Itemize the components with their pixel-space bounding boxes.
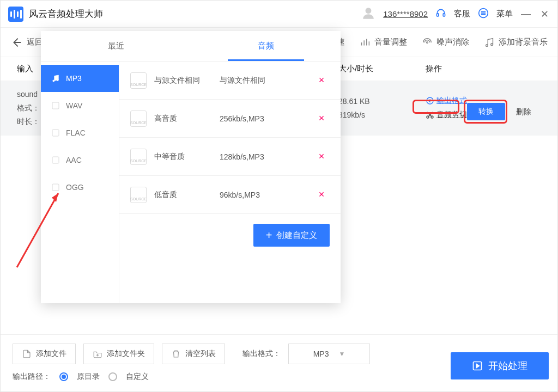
svg-point-19: [57, 79, 58, 81]
menu-icon[interactable]: [478, 8, 489, 21]
app-title: 风云音频处理大师: [29, 8, 103, 20]
tool-bgm[interactable]: 添加背景音乐: [483, 36, 548, 48]
add-folder-button[interactable]: 添加文件夹: [83, 344, 154, 364]
svg-rect-2: [443, 13, 445, 16]
svg-rect-21: [52, 130, 59, 136]
output-path-label: 输出路径：: [13, 372, 51, 382]
avatar-icon[interactable]: [361, 6, 375, 22]
tool-denoise[interactable]: 噪声消除: [421, 36, 469, 48]
format-list: MP3 WAV FLAC AAC OGG: [41, 62, 119, 303]
format-ogg[interactable]: OGG: [41, 174, 119, 201]
delete-button[interactable]: 删除: [516, 107, 531, 117]
quality-row[interactable]: SOURCE与源文件相同与源文件相同×: [119, 62, 341, 100]
format-flac[interactable]: FLAC: [41, 119, 119, 146]
col-size: 大小/时长: [338, 64, 426, 74]
svg-rect-23: [52, 184, 59, 191]
svg-point-12: [427, 41, 428, 43]
support-label[interactable]: 客服: [454, 9, 470, 19]
user-phone[interactable]: 136****8902: [383, 9, 428, 19]
format-aac[interactable]: AAC: [41, 146, 119, 174]
support-icon[interactable]: [435, 8, 446, 21]
output-format-select[interactable]: MP3▼: [288, 344, 370, 364]
delete-icon[interactable]: ×: [313, 151, 330, 162]
svg-point-18: [53, 80, 54, 82]
highlight-box: [413, 100, 459, 114]
tool-volume[interactable]: 音量调整: [359, 36, 407, 48]
back-button[interactable]: 返回: [10, 36, 43, 48]
chevron-down-icon: ▼: [338, 350, 345, 358]
minimize-button[interactable]: —: [520, 8, 531, 20]
svg-rect-22: [52, 157, 59, 163]
svg-rect-20: [52, 102, 59, 109]
quality-row[interactable]: SOURCE中等音质128kb/s,MP3×: [119, 138, 341, 176]
add-file-button[interactable]: 添加文件: [13, 344, 76, 364]
radio-original-dir[interactable]: [59, 372, 68, 381]
clear-list-button[interactable]: 清空列表: [162, 344, 225, 364]
quality-row[interactable]: SOURCE高音质256kb/s,MP3×: [119, 100, 341, 138]
delete-icon[interactable]: ×: [313, 189, 330, 200]
close-button[interactable]: ✕: [539, 8, 550, 20]
tab-recent[interactable]: 最近: [41, 31, 191, 61]
svg-point-0: [366, 8, 372, 14]
radio-custom-dir[interactable]: [108, 372, 117, 381]
col-ops: 操作: [426, 64, 541, 74]
svg-point-14: [491, 43, 493, 45]
tab-audio[interactable]: 音频: [191, 31, 341, 61]
svg-point-13: [486, 44, 488, 46]
format-mp3[interactable]: MP3: [41, 65, 119, 92]
output-format-label: 输出格式：: [242, 349, 281, 359]
app-logo: [8, 7, 23, 22]
create-custom-button[interactable]: +创建自定义: [253, 224, 330, 247]
highlight-box: [464, 100, 507, 124]
start-process-button[interactable]: 开始处理: [451, 352, 549, 379]
menu-label[interactable]: 菜单: [496, 9, 513, 19]
delete-icon[interactable]: ×: [313, 75, 330, 86]
svg-rect-1: [437, 13, 439, 16]
delete-icon[interactable]: ×: [313, 113, 330, 124]
quality-row[interactable]: SOURCE低音质96kb/s,MP3×: [119, 176, 341, 214]
format-wav[interactable]: WAV: [41, 92, 119, 119]
format-popup: 最近 音频 MP3 WAV FLAC AAC OGG SOURCE与源文件相同与…: [41, 31, 341, 303]
